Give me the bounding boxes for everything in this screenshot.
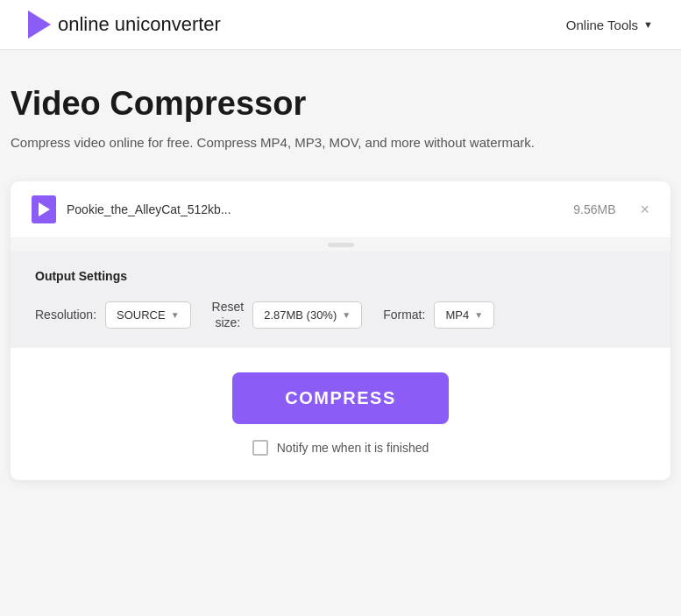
notify-label: Notify me when it is finished [277, 441, 429, 455]
header: online uniconverter Online Tools ▼ [0, 0, 681, 50]
format-label: Format: [383, 308, 425, 322]
file-play-icon [39, 202, 50, 216]
drag-handle-icon [328, 243, 354, 247]
resolution-select[interactable]: SOURCE ▼ [105, 301, 191, 329]
compress-button[interactable]: COMPRESS [232, 372, 448, 424]
page-content: Video Compressor Compress video online f… [0, 50, 681, 515]
file-close-button[interactable]: × [640, 202, 649, 217]
resolution-value: SOURCE [117, 308, 166, 322]
notify-row: Notify me when it is finished [252, 440, 429, 456]
reset-size-group: Reset size: 2.87MB (30%) ▼ [212, 299, 363, 330]
page-description: Compress video online for free. Compress… [11, 135, 670, 150]
notify-checkbox[interactable] [252, 440, 268, 456]
format-caret-icon: ▼ [474, 310, 483, 320]
file-size: 9.56MB [573, 202, 615, 216]
main-card: Pookie_the_AlleyCat_512kb... 9.56MB × Ou… [11, 181, 670, 480]
online-tools-nav[interactable]: Online Tools ▼ [566, 18, 653, 32]
resolution-caret-icon: ▼ [171, 310, 180, 320]
settings-row: Resolution: SOURCE ▼ Reset size: 2.87MB … [35, 299, 646, 330]
page-title: Video Compressor [11, 85, 670, 123]
file-name: Pookie_the_AlleyCat_512kb... [67, 202, 563, 216]
resolution-label: Resolution: [35, 308, 96, 322]
logo-play-icon [28, 11, 51, 39]
file-row: Pookie_the_AlleyCat_512kb... 9.56MB × [11, 181, 670, 238]
logo-area: online uniconverter [28, 11, 221, 39]
format-select[interactable]: MP4 ▼ [434, 301, 494, 329]
output-settings-title: Output Settings [35, 269, 646, 283]
nav-chevron-icon: ▼ [643, 19, 653, 30]
reset-size-value: 2.87MB (30%) [264, 308, 337, 322]
compress-area: COMPRESS Notify me when it is finished [11, 348, 670, 480]
drag-handle-area [11, 238, 670, 251]
reset-size-caret-icon: ▼ [342, 310, 351, 320]
file-icon [32, 195, 56, 223]
reset-size-select[interactable]: 2.87MB (30%) ▼ [252, 301, 362, 329]
reset-size-label: Reset size: [212, 299, 245, 330]
online-tools-label: Online Tools [566, 18, 638, 32]
resolution-group: Resolution: SOURCE ▼ [35, 301, 191, 329]
format-group: Format: MP4 ▼ [383, 301, 494, 329]
format-value: MP4 [445, 308, 469, 322]
output-settings-panel: Output Settings Resolution: SOURCE ▼ Res… [11, 251, 670, 348]
logo-text: online uniconverter [58, 13, 221, 36]
